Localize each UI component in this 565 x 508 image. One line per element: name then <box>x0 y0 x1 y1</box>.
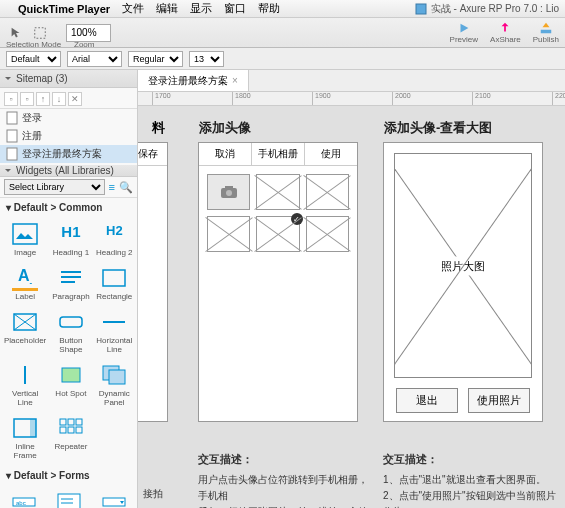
doc-title-text: 实战 - Axure RP Pro 7.0 : Lio <box>431 2 559 16</box>
album-label: 手机相册 <box>252 143 305 165</box>
use-label: 使用 <box>305 143 357 165</box>
page-icon <box>6 111 18 125</box>
cancel-label: 取消 <box>199 143 252 165</box>
move-up-icon[interactable]: ↑ <box>36 92 50 106</box>
sitemap-item-label: 登录 <box>22 111 42 125</box>
menu-file[interactable]: 文件 <box>122 1 144 16</box>
page-icon <box>6 147 18 161</box>
sitemap-item-label: 登录注册最终方案 <box>22 147 102 161</box>
image-icon <box>12 223 38 245</box>
widget-image[interactable]: Image <box>2 219 48 261</box>
font-select[interactable]: Arial <box>67 51 122 67</box>
menu-window[interactable]: 窗口 <box>224 1 246 16</box>
widget-label[interactable]: A-Label <box>2 263 48 305</box>
svg-point-26 <box>226 190 232 196</box>
frame1-heading: 添加头像 <box>199 119 251 137</box>
publish-button[interactable]: Publish <box>533 21 559 44</box>
svg-rect-17 <box>76 419 82 425</box>
rectangle-icon <box>101 267 127 289</box>
textfield-icon: abc <box>11 491 37 508</box>
page-icon <box>6 129 18 143</box>
sitemap-item-label: 注册 <box>22 129 42 143</box>
svg-rect-9 <box>60 317 82 327</box>
menu-icon[interactable]: ≡ <box>109 181 115 193</box>
svg-rect-27 <box>225 186 233 189</box>
selection-mode-label: Selection Mode <box>6 40 61 49</box>
photo-thumb <box>306 174 349 210</box>
frame2-heading: 添加头像-查看大图 <box>384 119 492 137</box>
search-icon[interactable]: 🔍 <box>119 181 133 194</box>
svg-rect-20 <box>76 427 82 433</box>
sitemap-item-final[interactable]: 登录注册最终方案 <box>0 145 137 163</box>
zoom-input[interactable] <box>66 24 111 42</box>
add-folder-icon[interactable]: ▫ <box>20 92 34 106</box>
sitemap-title: Sitemap (3) <box>16 73 68 84</box>
hline-icon <box>101 311 127 333</box>
app-menu[interactable]: QuickTime Player <box>18 3 110 15</box>
svg-rect-7 <box>103 270 125 286</box>
exit-button: 退出 <box>396 388 458 413</box>
style-select[interactable]: Default <box>6 51 61 67</box>
widget-iframe[interactable]: Inline Frame <box>2 413 48 464</box>
widget-form2[interactable] <box>47 487 90 508</box>
partial-desc: 接拍 <box>143 486 173 502</box>
widget-h1[interactable]: H1Heading 1 <box>50 219 91 261</box>
label-icon: A- <box>12 267 38 289</box>
photo-thumb <box>207 216 250 252</box>
weight-select[interactable]: Regular <box>128 51 183 67</box>
repeater-icon <box>58 417 84 439</box>
sitemap-item-register[interactable]: 注册 <box>0 127 137 145</box>
svg-rect-15 <box>60 419 66 425</box>
sitemap-item-login[interactable]: 登录 <box>0 109 137 127</box>
widget-rectangle[interactable]: Rectangle <box>94 263 135 305</box>
partial-save: 保存 <box>138 143 167 165</box>
mockup-frame-view-large[interactable]: 添加头像-查看大图 照片大图 退出 使用照片 <box>383 142 543 422</box>
mockup-frame-add-avatar[interactable]: 添加头像 取消 手机相册 使用 ✓ <box>198 142 358 422</box>
menu-help[interactable]: 帮助 <box>258 1 280 16</box>
sitemap-panel-header[interactable]: Sitemap (3) <box>0 70 137 88</box>
design-canvas[interactable]: 料 保存 接拍 添加头像 取消 手机相册 使用 ✓ <box>138 106 565 508</box>
widget-hline[interactable]: Horizontal Line <box>94 307 135 358</box>
category-forms[interactable]: ▾ Default > Forms <box>0 466 137 485</box>
photo-thumb <box>256 174 299 210</box>
widget-placeholder[interactable]: Placeholder <box>2 307 48 358</box>
svg-rect-16 <box>68 419 74 425</box>
widget-vline[interactable]: Vertical Line <box>2 360 48 411</box>
library-select[interactable]: Select Library <box>4 179 105 195</box>
widget-repeater[interactable]: Repeater <box>50 413 91 464</box>
doc-icon <box>415 3 427 15</box>
menu-view[interactable]: 显示 <box>190 1 212 16</box>
category-common[interactable]: ▾ Default > Common <box>0 198 137 217</box>
preview-label: Preview <box>450 35 478 44</box>
close-icon[interactable]: × <box>232 75 238 86</box>
iframe-icon <box>12 417 38 439</box>
widget-dynamic-panel[interactable]: Dynamic Panel <box>94 360 135 411</box>
preview-button[interactable]: Preview <box>450 21 478 44</box>
canvas-area: 登录注册最终方案× 170018001900200021002200 料 保存 … <box>138 70 565 508</box>
delete-icon[interactable]: ✕ <box>68 92 82 106</box>
widget-form3[interactable] <box>92 487 135 508</box>
widgets-panel-header[interactable]: Widgets (All Libraries) <box>0 165 137 177</box>
size-select[interactable]: 13 <box>189 51 224 67</box>
add-page-icon[interactable]: ▫ <box>4 92 18 106</box>
dynpanel-icon <box>101 364 127 386</box>
axshare-button[interactable]: AxShare <box>490 21 521 44</box>
svg-rect-18 <box>60 427 66 433</box>
widget-h2[interactable]: H2Heading 2 <box>94 219 135 261</box>
widget-button[interactable]: Button Shape <box>50 307 91 358</box>
vline-icon <box>12 364 38 386</box>
check-badge: ✓ <box>291 213 303 225</box>
tab-final[interactable]: 登录注册最终方案× <box>138 70 249 91</box>
camera-icon <box>219 184 239 200</box>
widget-hotspot[interactable]: Hot Spot <box>50 360 91 411</box>
paragraph-icon <box>58 267 84 289</box>
mockup-frame-partial[interactable]: 料 保存 <box>138 142 168 422</box>
svg-rect-3 <box>7 112 17 124</box>
widget-paragraph[interactable]: Paragraph <box>50 263 91 305</box>
svg-rect-10 <box>62 368 80 382</box>
menu-edit[interactable]: 编辑 <box>156 1 178 16</box>
widget-form1[interactable]: abc <box>2 487 45 508</box>
format-toolbar: Default Arial Regular 13 <box>0 48 565 70</box>
move-down-icon[interactable]: ↓ <box>52 92 66 106</box>
svg-rect-6 <box>13 224 37 244</box>
